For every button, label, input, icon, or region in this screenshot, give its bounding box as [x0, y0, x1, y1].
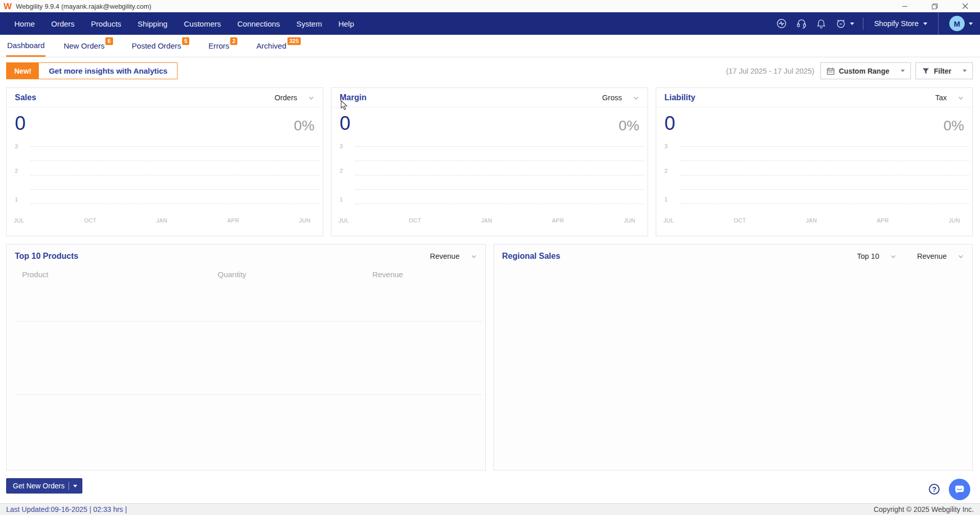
sales-chart-x-axis: JULOCTJANAPRJUN [7, 217, 319, 223]
liability-chart-x-axis: JULOCTJANAPRJUN [656, 217, 968, 223]
nav-item-connections[interactable]: Connections [229, 12, 288, 35]
window-titlebar: W Webgility 9.9.4 (mayank.rajak@webgilit… [0, 0, 980, 12]
top-products-panel: Top 10 Products Revenue Product Quantity… [6, 244, 486, 471]
store-selector-label: Shopify Store [874, 19, 919, 28]
chevron-down-icon [901, 70, 905, 72]
chevron-down-icon [957, 253, 964, 260]
margin-percent: 0% [619, 119, 639, 133]
top-products-column-headers: Product Quantity Revenue [7, 266, 485, 283]
filter-button[interactable]: Filter [916, 62, 973, 79]
notifications-bell-icon[interactable] [816, 18, 827, 29]
new-orders-count-badge: 6 [105, 37, 113, 45]
chevron-down-icon [471, 253, 477, 260]
statusbar: Last Updated:09-16-2025 | 02:33 hrs | Co… [0, 503, 980, 515]
sales-metric-dropdown[interactable]: Orders [275, 94, 315, 102]
analytics-promo-banner[interactable]: New! Get more insights with Analytics [6, 62, 177, 79]
regional-sales-panel: Regional Sales Top 10 Revenue [494, 244, 973, 471]
table-row-divider [15, 321, 482, 322]
chevron-down-icon [963, 70, 967, 72]
nav-divider [938, 12, 939, 35]
calendar-icon [827, 67, 835, 75]
button-divider [69, 482, 69, 490]
activity-gauge-icon[interactable] [776, 18, 787, 29]
sales-value: 0 [15, 114, 26, 133]
nav-item-products[interactable]: Products [83, 12, 129, 35]
margin-metric-dropdown[interactable]: Gross [602, 94, 639, 102]
table-row-divider [15, 394, 482, 395]
chat-bubble-icon[interactable] [949, 479, 970, 500]
tab-errors[interactable]: Errors 2 [207, 35, 238, 57]
errors-count-badge: 2 [230, 37, 237, 45]
nav-item-home[interactable]: Home [6, 12, 43, 35]
avatar: M [949, 16, 965, 31]
tab-posted-orders[interactable]: Posted Orders 5 [131, 35, 191, 57]
margin-chart: 3 2 1 [340, 146, 644, 204]
tab-dashboard[interactable]: Dashboard [6, 35, 46, 57]
top-products-title: Top 10 Products [15, 252, 78, 261]
nav-item-help[interactable]: Help [330, 12, 362, 35]
chevron-down-icon [308, 95, 315, 101]
regional-metric-dropdown[interactable]: Revenue [917, 252, 964, 260]
liability-card: Liability Tax 0 0% 3 2 1 JULOCTJANAPRJUN [656, 87, 973, 236]
top-products-metric-dropdown[interactable]: Revenue [430, 252, 477, 260]
date-range-label: (17 Jul 2025 - 17 Jul 2025) [726, 67, 814, 75]
margin-chart-x-axis: JULOCTJANAPRJUN [331, 217, 643, 223]
dashboard-tabbar: Dashboard New Orders 6 Posted Orders 5 E… [0, 35, 980, 57]
new-badge: New! [7, 63, 39, 79]
tab-archived[interactable]: Archived 325 [255, 35, 302, 57]
chevron-down-icon [923, 23, 927, 25]
chevron-down-icon [850, 23, 854, 25]
mouse-cursor [341, 100, 350, 110]
sales-card-title: Sales [15, 93, 36, 102]
close-icon [962, 3, 968, 9]
filter-label: Filter [934, 67, 951, 75]
user-menu[interactable]: M [947, 16, 973, 31]
chevron-down-icon [957, 95, 964, 101]
chevron-down-icon[interactable] [73, 485, 77, 487]
liability-chart: 3 2 1 [664, 146, 969, 204]
nav-item-customers[interactable]: Customers [175, 12, 229, 35]
nav-item-shipping[interactable]: Shipping [129, 12, 175, 35]
regional-sales-title: Regional Sales [502, 252, 561, 261]
dashboard-content: New! Get more insights with Analytics (1… [0, 57, 980, 494]
chevron-down-icon [633, 95, 639, 101]
regional-topn-dropdown[interactable]: Top 10 [857, 252, 897, 260]
help-icon[interactable] [929, 484, 940, 495]
sales-card: Sales Orders 0 0% 3 2 1 JULOCTJANAPRJUN [6, 87, 323, 236]
close-button[interactable] [950, 0, 980, 12]
posted-orders-count-badge: 5 [182, 37, 189, 45]
custom-range-button[interactable]: Custom Range [820, 62, 911, 79]
restore-button[interactable] [920, 0, 950, 12]
store-selector-dropdown[interactable]: Shopify Store [872, 19, 929, 28]
filter-funnel-icon [922, 67, 930, 75]
window-title: Webgility 9.9.4 (mayank.rajak@webgility.… [16, 3, 151, 10]
sales-percent: 0% [294, 119, 315, 133]
nav-item-orders[interactable]: Orders [43, 12, 83, 35]
margin-value: 0 [340, 114, 350, 133]
restore-icon [931, 3, 938, 10]
nav-divider [863, 17, 863, 30]
liability-value: 0 [664, 114, 675, 133]
archived-count-badge: 325 [287, 37, 301, 45]
liability-card-title: Liability [664, 93, 695, 102]
main-navbar: Home Orders Products Shipping Customers … [0, 12, 980, 35]
custom-range-label: Custom Range [839, 67, 889, 75]
get-new-orders-button[interactable]: Get New Orders [6, 478, 82, 494]
chevron-down-icon [890, 253, 897, 260]
minimize-button[interactable] [889, 0, 920, 12]
tab-new-orders[interactable]: New Orders 6 [62, 35, 114, 57]
liability-metric-dropdown[interactable]: Tax [935, 94, 964, 102]
minimize-icon [902, 3, 908, 9]
scheduler-alarm-icon[interactable] [835, 18, 854, 29]
nav-item-system[interactable]: System [288, 12, 330, 35]
liability-percent: 0% [944, 119, 964, 133]
sales-chart: 3 2 1 [15, 146, 320, 204]
copyright-label: Copyright © 2025 Webgility Inc. [874, 505, 974, 513]
analytics-banner-text[interactable]: Get more insights with Analytics [39, 63, 177, 79]
headset-support-icon[interactable] [796, 18, 807, 29]
chevron-down-icon [969, 23, 973, 25]
margin-card: Margin Gross 0 0% 3 2 1 JULOCTJANAPRJUN [331, 87, 648, 236]
webgility-logo-icon: W [4, 2, 12, 10]
last-updated-label: Last Updated:09-16-2025 | 02:33 hrs | [6, 505, 127, 513]
